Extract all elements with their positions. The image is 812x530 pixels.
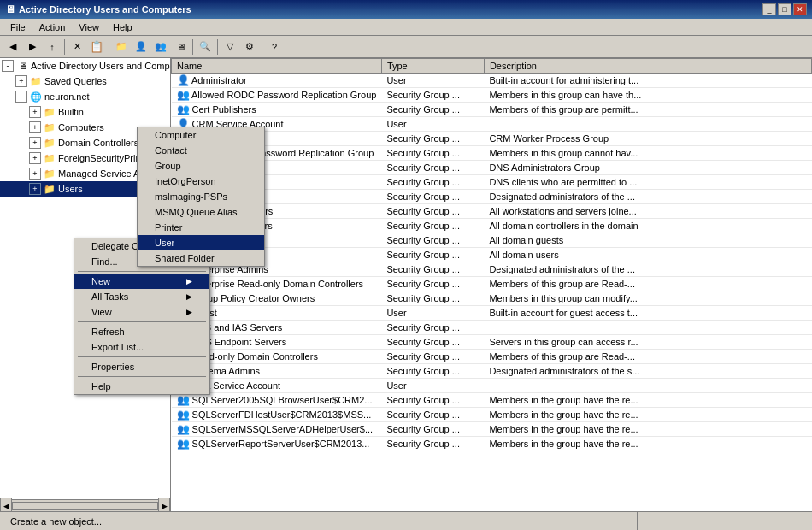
delete-button[interactable]: ✕ <box>68 38 86 56</box>
ctx-exportlist[interactable]: Export List... <box>74 339 209 355</box>
row-icon: 👥 <box>177 103 190 115</box>
menu-action[interactable]: Action <box>32 21 73 34</box>
tree-expand-neuron[interactable]: - <box>15 91 27 103</box>
table-row[interactable]: 👥 Allowed RODC Password Replication Grou… <box>172 88 812 103</box>
cell-desc: Members of this group are permitt... <box>484 103 811 117</box>
ctx-new[interactable]: New ▶ <box>74 274 209 289</box>
table-row[interactable]: 👥 Domain Computers Security Group ... Al… <box>172 204 812 219</box>
toolbar: ◀ ▶ ↑ ✕ 📋 📁 👤 👥 🖥 🔍 ▽ ⚙ ? <box>0 36 812 58</box>
table-row[interactable]: 👥 RDS Endpoint Servers Security Group ..… <box>172 335 812 350</box>
cell-name: 👥 Allowed RODC Password Replication Grou… <box>172 88 382 103</box>
table-row[interactable]: 👥 SQLServerReportServerUser$CRM2013... S… <box>172 437 812 451</box>
table-row[interactable]: 👥 SQLServerFDHostUser$CRM2013$MSS... Sec… <box>172 408 812 422</box>
cell-name: 👤 Administrator <box>172 74 382 88</box>
submenu-printer[interactable]: Printer <box>138 220 264 235</box>
table-row[interactable]: 👥 Denied RODC Password Replication Group… <box>172 146 812 161</box>
help-toolbar-button[interactable]: ? <box>265 38 284 56</box>
cell-desc: Members in the group have the re... <box>484 422 811 437</box>
table-row[interactable]: 👤 Administrator User Built-in account fo… <box>172 74 812 88</box>
table-row[interactable]: 👥 Domain Users Security Group ... All do… <box>172 248 812 262</box>
table-row[interactable]: 👥 CRM_WPG Security Group ... CRM Worker … <box>172 132 812 146</box>
new-computer-button[interactable]: 🖥 <box>171 38 190 56</box>
cell-desc: DNS Administrators Group <box>484 161 811 175</box>
tree-label-users: Users <box>58 184 83 194</box>
tree-item-root[interactable]: - 🖥 Active Directory Users and Comput <box>0 58 170 74</box>
table-row[interactable]: 👥 Read-only Domain Controllers Security … <box>172 350 812 364</box>
tree-expand-saved[interactable]: + <box>15 75 27 87</box>
restore-button[interactable]: □ <box>778 3 791 15</box>
table-row[interactable]: 👥 Domain Controllers Security Group ... … <box>172 219 812 233</box>
tree-item-saved[interactable]: + 📁 Saved Queries <box>0 74 170 89</box>
ctx-refresh[interactable]: Refresh <box>74 324 209 339</box>
table-row[interactable]: 👥 SQLServerMSSQLServerADHelperUser$... S… <box>172 422 812 437</box>
filter-options-button[interactable]: ⚙ <box>240 38 259 56</box>
tree-expand-domainctrl[interactable]: + <box>29 137 41 149</box>
tree-expand-computers[interactable]: + <box>29 121 41 133</box>
new-user-button[interactable]: 👤 <box>132 38 150 56</box>
submenu-msmq[interactable]: MSMQ Queue Alias <box>138 204 264 220</box>
monitor-icon: 🖥 <box>15 59 29 73</box>
table-row[interactable]: 👥 Domain Admins Security Group ... Desig… <box>172 190 812 204</box>
submenu-msimaging[interactable]: msImaging-PSPs <box>138 189 264 204</box>
ctx-view-arrow: ▶ <box>186 308 192 316</box>
submenu-sharedfolder[interactable]: Shared Folder <box>138 250 264 266</box>
properties-button[interactable]: 📋 <box>87 38 106 56</box>
table-row[interactable]: 👥 Domain Guests Security Group ... All d… <box>172 233 812 248</box>
ctx-help[interactable]: Help <box>74 379 209 394</box>
table-row[interactable]: 👤 Guest User Built-in account for guest … <box>172 306 812 321</box>
ctx-alltasks[interactable]: All Tasks ▶ <box>74 289 209 304</box>
table-row[interactable]: 👥 SQLServer2005SQLBrowserUser$CRM2... Se… <box>172 393 812 408</box>
tree-scrollbar[interactable]: ◀ ▶ <box>0 499 170 511</box>
table-row[interactable]: 👥 Schema Admins Security Group ... Desig… <box>172 364 812 379</box>
submenu-inetorgperson[interactable]: InetOrgPerson <box>138 174 264 189</box>
tree-expand-root[interactable]: - <box>2 60 14 72</box>
submenu-contact[interactable]: Contact <box>138 143 264 158</box>
tree-expand-foreignsec[interactable]: + <box>29 152 41 164</box>
tree-item-builtin[interactable]: + 📁 Builtin <box>0 104 170 120</box>
table-row[interactable]: 👥 Enterprise Admins Security Group ... D… <box>172 262 812 277</box>
table-row[interactable]: 👤 SQL Service Account User <box>172 379 812 393</box>
col-header-name[interactable]: Name <box>172 59 382 74</box>
table-row[interactable]: 👥 Group Policy Creator Owners Security G… <box>172 292 812 306</box>
scroll-right-btn[interactable]: ▶ <box>158 498 170 512</box>
new-ou-button[interactable]: 📁 <box>112 38 131 56</box>
cell-type: Security Group ... <box>381 422 484 437</box>
ctx-view[interactable]: View ▶ <box>74 304 209 320</box>
cell-name: 👥 Cert Publishers <box>172 103 382 117</box>
col-header-type[interactable]: Type <box>381 59 484 74</box>
tree-item-neuron[interactable]: - 🌐 neuron.net <box>0 89 170 104</box>
table-row[interactable]: 👥 DnsUpdateProxy Security Group ... DNS … <box>172 175 812 190</box>
tree-expand-managed[interactable]: + <box>29 168 41 180</box>
table-row[interactable]: 👥 DnsAdmins Security Group ... DNS Admin… <box>172 161 812 175</box>
up-button[interactable]: ↑ <box>43 38 62 56</box>
submenu-user[interactable]: User <box>138 235 264 250</box>
menu-file[interactable]: File <box>3 21 32 34</box>
cell-type: Security Group ... <box>381 88 484 103</box>
ctx-properties[interactable]: Properties <box>74 359 209 374</box>
find-button[interactable]: 🔍 <box>196 38 215 56</box>
table-row[interactable]: 👥 Cert Publishers Security Group ... Mem… <box>172 103 812 117</box>
scroll-left-btn[interactable]: ◀ <box>0 498 12 512</box>
cell-desc: Members of this group are Read-... <box>484 350 811 364</box>
tree-expand-builtin[interactable]: + <box>29 106 41 118</box>
menu-view[interactable]: View <box>72 21 106 34</box>
menu-help[interactable]: Help <box>106 21 139 34</box>
cell-type: Security Group ... <box>381 335 484 350</box>
submenu-computer[interactable]: Computer <box>138 127 264 143</box>
col-header-desc[interactable]: Description <box>484 59 811 74</box>
tree-label-computers: Computers <box>58 122 104 132</box>
table-row[interactable]: 👤 CRM Service Account User <box>172 117 812 132</box>
table-row[interactable]: 👥 RAS and IAS Servers Security Group ... <box>172 321 812 335</box>
filter-button[interactable]: ▽ <box>221 38 239 56</box>
folder-icon-foreignsec: 📁 <box>43 151 56 165</box>
minimize-button[interactable]: _ <box>762 3 776 15</box>
ctx-sep3 <box>78 356 206 357</box>
ctx-sep1 <box>78 271 206 272</box>
forward-button[interactable]: ▶ <box>23 38 42 56</box>
back-button[interactable]: ◀ <box>3 38 22 56</box>
submenu-group[interactable]: Group <box>138 158 264 174</box>
table-row[interactable]: 👥 Enterprise Read-only Domain Controller… <box>172 277 812 292</box>
new-group-button[interactable]: 👥 <box>151 38 170 56</box>
tree-expand-users[interactable]: + <box>29 183 41 195</box>
close-button[interactable]: ✕ <box>793 3 807 15</box>
